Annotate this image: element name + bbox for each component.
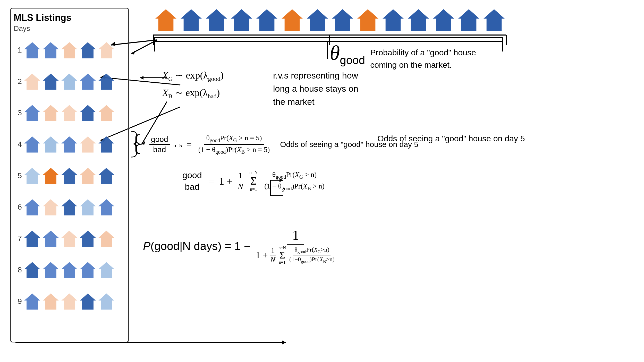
grid-rows: 1 2 3 <box>14 35 125 316</box>
svg-marker-26 <box>24 105 40 121</box>
svg-marker-59 <box>80 294 96 310</box>
svg-marker-48 <box>61 231 77 247</box>
rv-description: r.v.s representing how long a house stay… <box>273 69 358 108</box>
house-icons-2 <box>24 72 115 91</box>
top-house-14 <box>483 7 505 32</box>
svg-marker-40 <box>98 168 114 184</box>
mls-title: MLS Listings <box>14 12 125 23</box>
top-house-8 <box>331 7 354 32</box>
svg-marker-42 <box>43 199 59 216</box>
top-house-4 <box>230 7 253 32</box>
xb-formula: XB ∼ exp(λbad) <box>162 87 224 100</box>
house-icons-6 <box>24 198 115 216</box>
day-num-9: 9 <box>14 297 22 306</box>
top-house-9 <box>357 7 379 32</box>
theta-section: θgood Probability of a "good" house comi… <box>330 42 476 71</box>
day-num-1: 1 <box>14 46 22 54</box>
svg-marker-81 <box>131 50 135 55</box>
day-num-6: 6 <box>14 203 22 211</box>
svg-marker-36 <box>24 168 40 184</box>
grid-row-1: 1 <box>14 35 125 65</box>
top-house-7 <box>306 7 329 32</box>
theta-description: Probability of a "good" house coming on … <box>370 46 476 71</box>
svg-marker-35 <box>98 136 114 153</box>
svg-marker-34 <box>80 136 96 153</box>
xg-formula: XG ∼ exp(λgood) <box>162 70 224 82</box>
svg-marker-45 <box>98 199 114 216</box>
svg-marker-47 <box>43 231 59 247</box>
day-num-3: 3 <box>14 108 22 117</box>
house-icons-4 <box>24 135 115 153</box>
svg-marker-46 <box>24 231 40 247</box>
grid-row-7: 7 <box>14 223 125 254</box>
day-num-5: 5 <box>14 171 22 180</box>
svg-marker-19 <box>80 42 96 58</box>
day-num-4: 4 <box>14 140 22 149</box>
svg-marker-74 <box>484 9 505 31</box>
svg-marker-31 <box>24 136 40 153</box>
house-icons-7 <box>24 229 115 248</box>
svg-marker-65 <box>256 9 277 31</box>
svg-marker-21 <box>24 74 40 90</box>
svg-marker-83 <box>140 76 143 80</box>
svg-marker-69 <box>357 9 378 31</box>
svg-marker-72 <box>433 9 454 31</box>
svg-marker-22 <box>43 74 59 90</box>
top-house-2 <box>180 7 202 32</box>
house-icons-9 <box>24 292 115 311</box>
top-house-3 <box>205 7 228 32</box>
grid-row-8: 8 <box>14 255 125 285</box>
svg-marker-24 <box>80 74 96 90</box>
grid-row-3: 3 <box>14 98 125 128</box>
house-icons-8 <box>24 261 115 279</box>
svg-marker-87 <box>282 340 286 344</box>
day5-brace: { <box>131 131 142 154</box>
svg-marker-43 <box>61 199 77 216</box>
days-label: Days <box>14 24 125 33</box>
grid-row-4: 4 <box>14 129 125 159</box>
svg-marker-16 <box>24 42 40 58</box>
day-num-7: 7 <box>14 234 22 243</box>
svg-marker-52 <box>43 262 59 278</box>
mls-panel: MLS Listings Days 1 2 <box>10 8 129 342</box>
svg-marker-49 <box>80 231 96 247</box>
svg-marker-67 <box>307 9 328 31</box>
top-house-6 <box>281 7 303 32</box>
svg-marker-37 <box>43 168 59 184</box>
svg-marker-20 <box>98 42 114 58</box>
house-icons-5 <box>24 166 115 185</box>
svg-marker-29 <box>80 105 96 121</box>
svg-marker-58 <box>61 294 77 310</box>
svg-marker-56 <box>24 294 40 310</box>
xg-arrow <box>138 73 166 82</box>
svg-marker-41 <box>24 199 40 216</box>
svg-marker-61 <box>155 9 176 31</box>
top-house-5 <box>256 7 278 32</box>
svg-marker-27 <box>43 105 59 121</box>
top-house-13 <box>457 7 480 32</box>
svg-marker-17 <box>43 42 59 58</box>
svg-marker-54 <box>80 262 96 278</box>
mls-bottom-arrow <box>15 337 289 360</box>
svg-marker-39 <box>80 168 96 184</box>
svg-marker-33 <box>61 136 77 153</box>
top-house-11 <box>407 7 430 32</box>
day-num-2: 2 <box>14 77 22 86</box>
top-houses-row <box>155 7 505 32</box>
svg-marker-60 <box>98 294 114 310</box>
svg-marker-53 <box>61 262 77 278</box>
xg-xb-section: XG ∼ exp(λgood) XB ∼ exp(λbad) <box>162 70 224 100</box>
grid-row-2: 2 <box>14 66 125 97</box>
grid-row-5: 5 <box>14 160 125 191</box>
top-house-1 <box>155 7 177 32</box>
svg-marker-55 <box>98 262 114 278</box>
svg-marker-57 <box>43 294 59 310</box>
svg-marker-32 <box>43 136 59 153</box>
house-icons-3 <box>24 104 115 122</box>
svg-marker-38 <box>61 168 77 184</box>
svg-marker-28 <box>61 105 77 121</box>
svg-line-80 <box>131 40 157 54</box>
top-house-12 <box>432 7 455 32</box>
grid-row-9: 9 <box>14 286 125 316</box>
bracket-arrow-to-mls <box>129 39 160 55</box>
